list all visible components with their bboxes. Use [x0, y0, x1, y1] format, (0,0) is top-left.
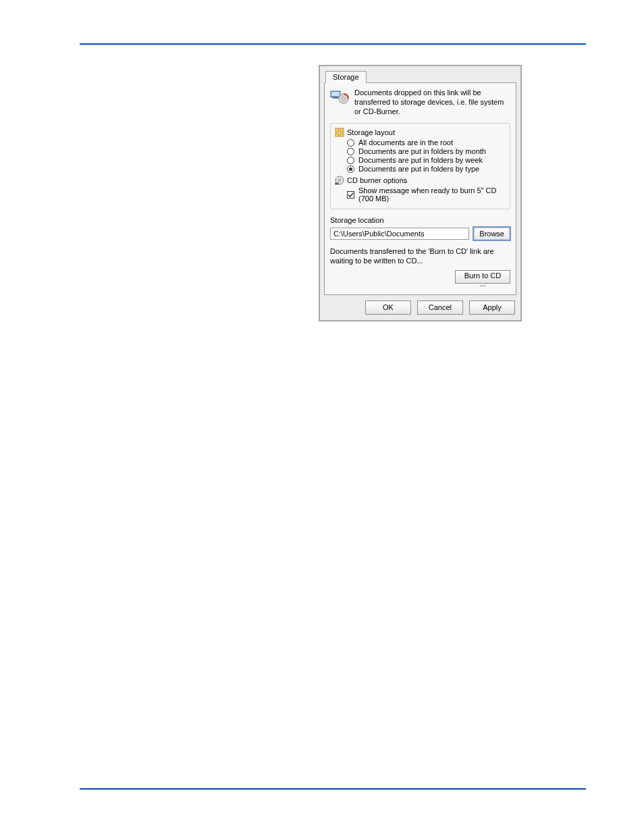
svg-rect-7 — [336, 133, 339, 136]
page-header-rule — [80, 43, 586, 45]
burn-to-cd-button[interactable]: Burn to CD ... — [455, 270, 510, 284]
radio-week[interactable]: Documents are put in folders by week — [347, 156, 506, 164]
storage-layout-label: Storage layout — [347, 128, 395, 136]
radio-root-label: All documents are in the root — [358, 138, 453, 147]
radio-month[interactable]: Documents are put in folders by month — [347, 147, 506, 155]
svg-rect-5 — [336, 128, 339, 132]
browse-button[interactable]: Browse — [473, 227, 510, 240]
page-footer-rule — [80, 788, 586, 790]
tab-storage[interactable]: Storage — [325, 71, 367, 83]
svg-point-4 — [342, 97, 345, 100]
radio-icon — [347, 148, 354, 155]
svg-rect-6 — [340, 128, 344, 132]
storage-layout-icon — [335, 128, 344, 137]
apply-button[interactable]: Apply — [469, 301, 515, 315]
dialog-button-row: OK Cancel Apply — [324, 301, 516, 315]
radio-type-label: Documents are put in folders by type — [358, 165, 479, 173]
storage-devices-icon — [330, 88, 349, 105]
svg-rect-8 — [340, 133, 344, 136]
svg-rect-1 — [331, 92, 340, 96]
cd-burner-icon — [335, 176, 344, 185]
svg-point-10 — [338, 179, 341, 182]
radio-root[interactable]: All documents are in the root — [347, 138, 506, 147]
ok-button[interactable]: OK — [365, 301, 411, 315]
cd-burner-label: CD burner options — [347, 176, 407, 184]
radio-week-label: Documents are put in folders by week — [358, 156, 483, 164]
cancel-button[interactable]: Cancel — [417, 301, 463, 315]
radio-icon-selected — [347, 165, 354, 173]
checkbox-show-message[interactable]: Show message when ready to burn 5" CD (7… — [347, 186, 506, 203]
options-group: Storage layout All documents are in the … — [330, 123, 510, 209]
burn-pending-text: Documents transferred to the 'Burn to CD… — [330, 247, 510, 266]
storage-location-input[interactable] — [330, 228, 469, 240]
svg-rect-2 — [333, 97, 338, 99]
tab-panel-storage: Documents dropped on this link will be t… — [324, 82, 516, 295]
radio-icon — [347, 139, 354, 147]
intro-text: Documents dropped on this link will be t… — [354, 88, 510, 116]
radio-type[interactable]: Documents are put in folders by type — [347, 165, 506, 173]
tab-bar: Storage — [325, 70, 516, 82]
radio-icon — [347, 157, 354, 164]
cd-burner-heading: CD burner options — [335, 176, 506, 185]
radio-month-label: Documents are put in folders by month — [358, 147, 486, 155]
svg-rect-11 — [335, 183, 339, 185]
checkbox-checked-icon — [347, 191, 354, 199]
storage-layout-heading: Storage layout — [335, 128, 506, 137]
storage-dialog: Storage Documents dropped o — [319, 65, 522, 321]
storage-location-label: Storage location — [330, 216, 510, 224]
checkbox-show-message-label: Show message when ready to burn 5" CD (7… — [358, 186, 506, 203]
